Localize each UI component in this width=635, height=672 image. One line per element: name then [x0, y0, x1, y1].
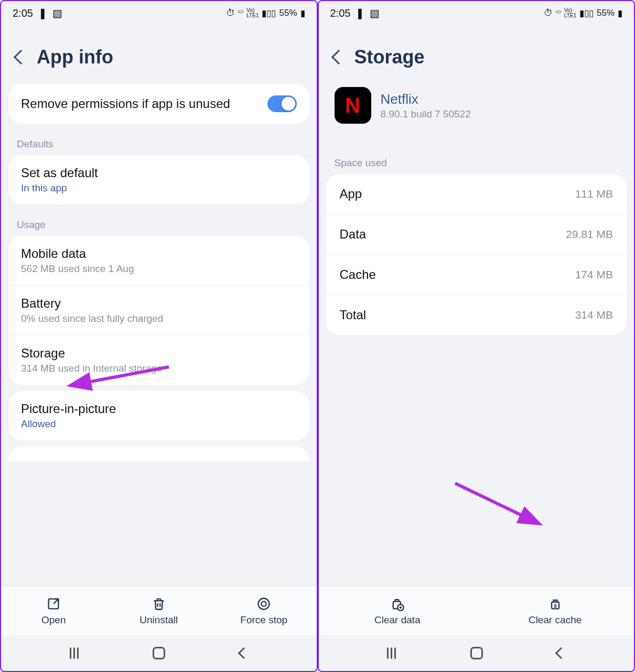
signal-icon: ▮▯▯ [579, 8, 594, 19]
volte-icon: Vo)LTE1 [564, 8, 576, 18]
mobile-data-sub: 562 MB used since 1 Aug [21, 263, 297, 275]
battery-title: Battery [21, 296, 297, 311]
battery-icon: ▮ [300, 8, 305, 19]
wifi-icon: ⌔ [556, 8, 561, 18]
space-total-row: Total 314 MB [326, 295, 627, 335]
force-stop-button[interactable]: Force stop [211, 591, 317, 633]
page-header: Storage [319, 25, 634, 84]
alarm-icon: ⏱ [544, 8, 553, 18]
set-as-default-title: Set as default [21, 166, 297, 180]
recents-button[interactable] [387, 647, 396, 659]
space-total-label: Total [340, 308, 367, 322]
volte-icon: Vo)LTE1 [246, 8, 259, 18]
storage-title: Storage [21, 346, 297, 361]
android-navbar [1, 635, 317, 671]
trash-icon [152, 597, 166, 611]
space-app-row: App 111 MB [326, 174, 627, 214]
right-screenshot: 2:05 ❚ ▧ ⏱ ⌔ Vo)LTE1 ▮▯▯ 55% ▮ Storage N… [318, 0, 636, 672]
status-time: 2:05 [13, 7, 33, 19]
svg-point-2 [262, 601, 266, 606]
battery-text: 55% [279, 8, 297, 18]
space-cache-row: Cache 174 MB [326, 254, 627, 295]
storage-row[interactable]: Storage 314 MB used in Internal storage [8, 335, 309, 385]
clear-data-label: Clear data [374, 614, 421, 626]
app-name: Netflix [381, 91, 471, 107]
remove-permissions-toggle[interactable] [267, 95, 297, 112]
set-as-default-sub: In this app [21, 182, 297, 194]
defaults-card: Set as default In this app [8, 155, 309, 204]
space-used-card: App 111 MB Data 29.81 MB Cache 174 MB To… [326, 174, 627, 335]
bottom-actions: Open Uninstall Force stop [1, 586, 317, 635]
set-as-default-row[interactable]: Set as default In this app [8, 155, 309, 204]
app-version: 8.90.1 build 7 50522 [381, 109, 471, 120]
usage-section-label: Usage [1, 211, 317, 236]
page-title: Storage [354, 46, 425, 68]
pip-title: Picture-in-picture [21, 402, 297, 416]
space-data-label: Data [340, 227, 367, 242]
space-used-label: Space used [319, 136, 634, 174]
wifi-icon: ⌔ [238, 8, 243, 18]
defaults-section-label: Defaults [1, 130, 317, 155]
space-cache-label: Cache [340, 267, 376, 282]
storage-sub: 314 MB used in Internal storage [21, 363, 297, 374]
space-total-value: 314 MB [575, 309, 613, 321]
battery-row[interactable]: Battery 0% used since last fully charged [8, 285, 309, 335]
stop-icon [256, 597, 271, 611]
open-label: Open [41, 614, 66, 626]
svg-point-1 [259, 599, 270, 610]
remove-permissions-card[interactable]: Remove permissions if app is unused [8, 84, 309, 124]
clear-cache-label: Clear cache [529, 614, 582, 626]
space-app-label: App [340, 187, 362, 201]
clear-cache-icon [548, 597, 563, 611]
signal-icon: ▮▯▯ [262, 8, 276, 19]
page-header: App info [1, 25, 317, 84]
left-screenshot: 2:05 ❚ ▧ ⏱ ⌔ Vo)LTE1 ▮▯▯ 55% ▮ App info … [0, 0, 318, 672]
mobile-data-title: Mobile data [21, 246, 297, 261]
open-icon [46, 597, 61, 611]
clear-data-icon [390, 597, 405, 611]
chat-icon: ❚ [38, 7, 47, 19]
alarm-icon: ⏱ [226, 8, 235, 18]
space-data-row: Data 29.81 MB [326, 214, 627, 254]
recents-button[interactable] [70, 647, 79, 659]
clear-data-button[interactable]: Clear data [319, 591, 477, 633]
image-icon: ▧ [52, 7, 62, 19]
pip-row[interactable]: Picture-in-picture Allowed [8, 391, 309, 440]
android-navbar [319, 635, 634, 671]
status-time: 2:05 [330, 7, 351, 19]
bottom-actions: Clear data Clear cache [319, 586, 634, 635]
clear-cache-button[interactable]: Clear cache [476, 591, 634, 633]
remove-permissions-label: Remove permissions if app is unused [21, 96, 267, 112]
pip-sub: Allowed [21, 418, 297, 430]
app-info-block: N Netflix 8.90.1 build 7 50522 [319, 84, 634, 136]
chat-icon: ❚ [356, 7, 364, 19]
page-title: App info [37, 46, 113, 68]
usage-card: Mobile data 562 MB used since 1 Aug Batt… [8, 236, 309, 385]
space-cache-value: 174 MB [575, 268, 613, 281]
space-data-value: 29.81 MB [566, 228, 613, 241]
nav-back-button[interactable] [555, 647, 567, 659]
back-icon[interactable] [14, 50, 28, 64]
uninstall-button[interactable]: Uninstall [106, 591, 212, 633]
open-button[interactable]: Open [1, 591, 106, 633]
back-icon[interactable] [331, 50, 346, 64]
battery-text: 55% [597, 8, 615, 18]
space-app-value: 111 MB [575, 188, 613, 200]
next-card-stub [8, 447, 309, 461]
home-button[interactable] [470, 647, 483, 659]
image-icon: ▧ [370, 7, 380, 19]
battery-icon: ▮ [618, 8, 622, 19]
pip-card: Picture-in-picture Allowed [8, 391, 309, 440]
status-bar: 2:05 ❚ ▧ ⏱ ⌔ Vo)LTE1 ▮▯▯ 55% ▮ [319, 1, 634, 25]
force-stop-label: Force stop [240, 614, 287, 626]
uninstall-label: Uninstall [139, 614, 178, 626]
status-bar: 2:05 ❚ ▧ ⏱ ⌔ Vo)LTE1 ▮▯▯ 55% ▮ [1, 1, 317, 25]
netflix-icon: N [335, 87, 371, 124]
mobile-data-row[interactable]: Mobile data 562 MB used since 1 Aug [8, 236, 309, 285]
home-button[interactable] [153, 647, 165, 659]
battery-sub: 0% used since last fully charged [21, 313, 297, 324]
nav-back-button[interactable] [238, 647, 250, 659]
